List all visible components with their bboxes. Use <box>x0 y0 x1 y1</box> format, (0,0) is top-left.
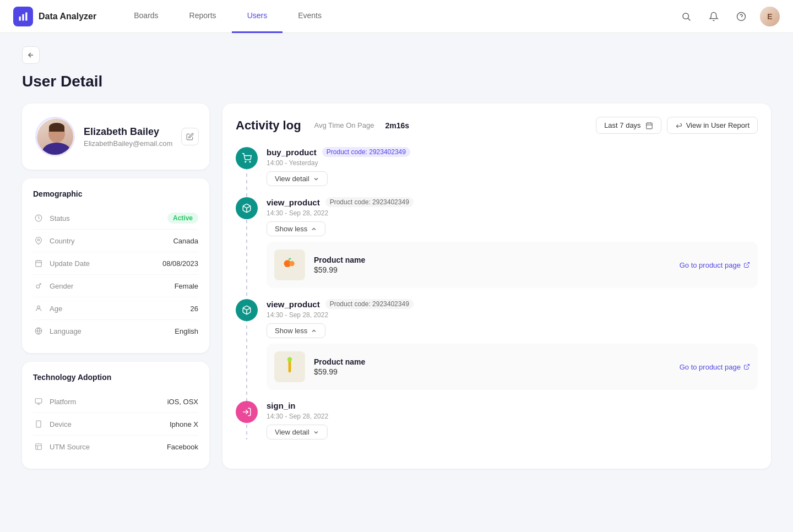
profile-name: Elizabeth Bailey <box>84 126 172 138</box>
svg-rect-2 <box>25 12 27 20</box>
platform-row: Platform iOS, OSX <box>33 390 198 413</box>
language-value: English <box>175 327 198 335</box>
age-icon <box>33 303 44 314</box>
back-button[interactable] <box>22 46 40 64</box>
view-report-button[interactable]: View in User Report <box>667 117 758 134</box>
page-title: User Detail <box>22 73 771 90</box>
platform-icon <box>33 396 44 407</box>
nav-reports[interactable]: Reports <box>174 0 232 33</box>
report-icon <box>675 122 683 129</box>
date-filter-label: Last 7 days <box>604 121 641 129</box>
language-row: Language English <box>33 320 198 342</box>
event-time: 14:30 - Sep 28, 2022 <box>267 209 758 217</box>
utm-source-row: UTM Source Facebook <box>33 436 198 458</box>
event-content: view_product Product code: 2923402349 14… <box>267 299 758 390</box>
event-badge: Product code: 2923402349 <box>325 197 414 207</box>
timeline-item: view_product Product code: 2923402349 14… <box>236 197 758 288</box>
country-value: Canada <box>173 237 198 245</box>
product-name-2: Product name <box>314 357 671 366</box>
brand[interactable]: Data Analyzer <box>13 7 96 26</box>
device-icon <box>33 419 44 430</box>
event-header: sign_in <box>267 401 758 410</box>
svg-rect-9 <box>36 260 42 267</box>
svg-point-34 <box>287 357 292 361</box>
profile-email: ElizabethBailey@email.com <box>84 139 172 148</box>
age-row: Age 26 <box>33 297 198 320</box>
search-icon[interactable] <box>677 8 695 25</box>
event-header: buy_product Product code: 2923402349 <box>267 147 758 157</box>
left-panel: Elizabeth Bailey ElizabethBailey@email.c… <box>22 104 209 469</box>
notifications-icon[interactable] <box>705 8 723 25</box>
product-image-2 <box>274 351 305 382</box>
event-icon-signin <box>236 401 258 423</box>
app-name: Data Analyzer <box>39 12 96 21</box>
event-badge: Product code: 2923402349 <box>322 147 410 157</box>
chevron-up-icon-2 <box>311 328 317 334</box>
event-time: 14:30 - Sep 28, 2022 <box>267 311 758 319</box>
svg-point-13 <box>36 285 40 288</box>
show-less-button[interactable]: Show less <box>267 221 325 236</box>
update-date-label: Update Date <box>50 259 162 268</box>
device-label: Device <box>50 420 170 428</box>
show-less-label-2: Show less <box>275 327 307 335</box>
event-header: view_product Product code: 2923402349 <box>267 299 758 309</box>
go-to-product-label-2: Go to product page <box>680 363 741 371</box>
view-report-label: View in User Report <box>686 121 749 129</box>
view-detail-button[interactable]: View detail <box>267 171 328 186</box>
timeline-item: buy_product Product code: 2923402349 14:… <box>236 147 758 186</box>
view-detail-label-signin: View detail <box>275 428 309 436</box>
nav-users[interactable]: Users <box>232 0 283 33</box>
go-to-product-link[interactable]: Go to product page <box>680 261 750 269</box>
event-icon-cart <box>236 147 258 169</box>
product-card: Product name $59.99 Go to product page <box>267 242 758 288</box>
user-avatar[interactable]: E <box>760 7 780 26</box>
product-price: $59.99 <box>314 265 671 274</box>
svg-point-25 <box>249 161 251 162</box>
timeline-item: sign_in 14:30 - Sep 28, 2022 View detail <box>236 401 758 439</box>
platform-label: Platform <box>50 398 167 406</box>
nav-events[interactable]: Events <box>283 0 337 33</box>
nav-boards[interactable]: Boards <box>118 0 173 33</box>
country-label: Country <box>50 237 173 245</box>
technology-card: Technology Adoption Platform iOS, OSX De… <box>22 362 209 469</box>
event-name: view_product <box>267 198 320 207</box>
help-icon[interactable] <box>732 8 750 25</box>
profile-info: Elizabeth Bailey ElizabethBailey@email.c… <box>84 126 172 148</box>
logo-icon <box>18 11 29 22</box>
calendar-icon <box>33 258 44 269</box>
activity-header-right: Last 7 days View in User Report <box>596 117 758 134</box>
avg-time-label: Avg Time On Page <box>314 121 374 129</box>
device-value: Iphone X <box>170 420 198 428</box>
show-less-button-2[interactable]: Show less <box>267 323 325 338</box>
status-value: Active <box>167 213 198 224</box>
svg-point-8 <box>37 239 40 241</box>
view-detail-button-signin[interactable]: View detail <box>267 425 328 439</box>
age-value: 26 <box>191 305 198 313</box>
gender-value: Female <box>175 282 198 290</box>
product-info-2: Product name $59.99 <box>314 357 671 376</box>
activity-log-panel: Activity log Avg Time On Page 2m16s Last… <box>222 104 771 469</box>
event-content: buy_product Product code: 2923402349 14:… <box>267 147 758 186</box>
svg-rect-0 <box>19 17 21 21</box>
language-label: Language <box>50 327 175 335</box>
profile-edit-button[interactable] <box>181 128 199 145</box>
svg-rect-1 <box>22 14 24 20</box>
svg-rect-16 <box>35 399 42 403</box>
status-row: Status Active <box>33 207 198 230</box>
update-date-value: 08/08/2023 <box>162 259 198 268</box>
svg-point-14 <box>37 306 40 308</box>
activity-title: Activity log <box>236 118 301 133</box>
product-image <box>274 249 305 280</box>
event-content: view_product Product code: 2923402349 14… <box>267 197 758 288</box>
navbar: Data Analyzer Boards Reports Users Event… <box>0 0 793 33</box>
country-icon <box>33 235 44 246</box>
product-info: Product name $59.99 <box>314 256 671 274</box>
profile-card: Elizabeth Bailey ElizabethBailey@email.c… <box>22 104 209 170</box>
event-content: sign_in 14:30 - Sep 28, 2022 View detail <box>267 401 758 439</box>
gender-row: Gender Female <box>33 275 198 297</box>
product-name: Product name <box>314 256 671 264</box>
date-filter-button[interactable]: Last 7 days <box>596 117 661 134</box>
go-to-product-link-2[interactable]: Go to product page <box>680 363 750 371</box>
event-header: view_product Product code: 2923402349 <box>267 197 758 207</box>
external-link-icon <box>743 262 750 268</box>
